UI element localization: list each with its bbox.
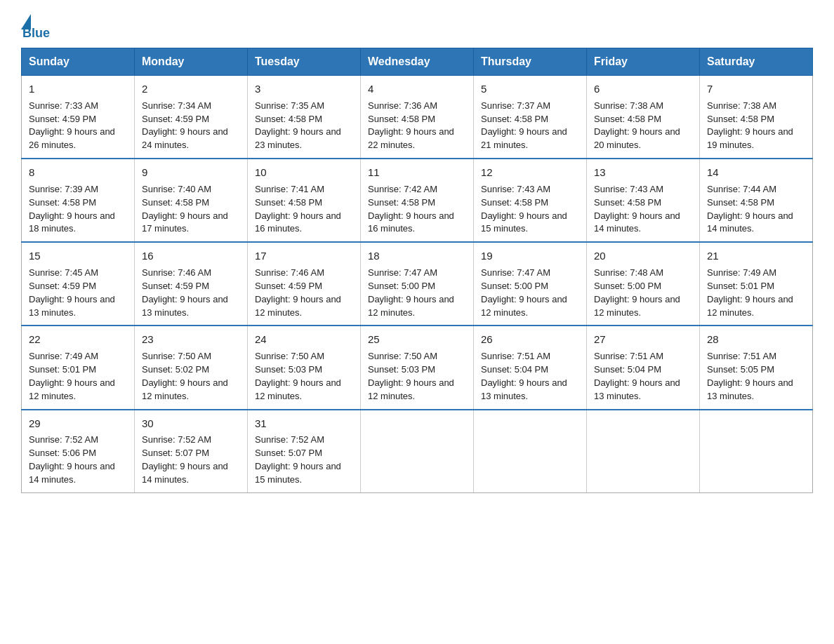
calendar-cell (587, 410, 700, 493)
calendar-cell: 30 Sunrise: 7:52 AMSunset: 5:07 PMDaylig… (135, 410, 248, 493)
day-info: Sunrise: 7:39 AMSunset: 4:58 PMDaylight:… (29, 184, 115, 234)
logo-underline: Blue (22, 26, 50, 41)
day-number: 3 (255, 81, 353, 97)
day-info: Sunrise: 7:50 AMSunset: 5:02 PMDaylight:… (142, 351, 228, 401)
calendar-cell: 17 Sunrise: 7:46 AMSunset: 4:59 PMDaylig… (248, 242, 361, 326)
day-number: 26 (481, 332, 579, 347)
day-number: 18 (368, 248, 466, 264)
day-number: 31 (255, 416, 353, 431)
calendar-cell: 29 Sunrise: 7:52 AMSunset: 5:06 PMDaylig… (22, 410, 135, 493)
calendar-cell: 4 Sunrise: 7:36 AMSunset: 4:58 PMDayligh… (361, 76, 474, 159)
day-number: 19 (481, 248, 579, 264)
day-info: Sunrise: 7:41 AMSunset: 4:58 PMDaylight:… (255, 184, 341, 234)
day-number: 24 (255, 332, 353, 347)
day-number: 13 (594, 165, 692, 180)
calendar-cell (474, 410, 587, 493)
calendar-week-row: 22 Sunrise: 7:49 AMSunset: 5:01 PMDaylig… (22, 326, 813, 409)
day-number: 14 (707, 165, 805, 180)
calendar-cell: 10 Sunrise: 7:41 AMSunset: 4:58 PMDaylig… (248, 159, 361, 242)
day-number: 8 (29, 165, 127, 180)
day-info: Sunrise: 7:51 AMSunset: 5:04 PMDaylight:… (481, 351, 567, 401)
day-info: Sunrise: 7:35 AMSunset: 4:58 PMDaylight:… (255, 100, 341, 151)
calendar-cell: 15 Sunrise: 7:45 AMSunset: 4:59 PMDaylig… (22, 242, 135, 326)
day-info: Sunrise: 7:47 AMSunset: 5:00 PMDaylight:… (368, 267, 454, 318)
day-info: Sunrise: 7:48 AMSunset: 5:00 PMDaylight:… (594, 267, 680, 318)
weekday-header-wednesday: Wednesday (361, 48, 474, 76)
calendar-cell: 16 Sunrise: 7:46 AMSunset: 4:59 PMDaylig… (135, 242, 248, 326)
calendar-cell: 12 Sunrise: 7:43 AMSunset: 4:58 PMDaylig… (474, 159, 587, 242)
logo: Blue (21, 14, 50, 41)
calendar-cell: 7 Sunrise: 7:38 AMSunset: 4:58 PMDayligh… (700, 76, 813, 159)
day-info: Sunrise: 7:38 AMSunset: 4:58 PMDaylight:… (594, 100, 680, 151)
day-info: Sunrise: 7:46 AMSunset: 4:59 PMDaylight:… (142, 267, 228, 318)
calendar-cell: 31 Sunrise: 7:52 AMSunset: 5:07 PMDaylig… (248, 410, 361, 493)
calendar-cell: 28 Sunrise: 7:51 AMSunset: 5:05 PMDaylig… (700, 326, 813, 409)
calendar-cell: 20 Sunrise: 7:48 AMSunset: 5:00 PMDaylig… (587, 242, 700, 326)
day-number: 10 (255, 165, 353, 180)
day-number: 25 (368, 332, 466, 347)
day-info: Sunrise: 7:37 AMSunset: 4:58 PMDaylight:… (481, 100, 567, 151)
calendar-cell: 14 Sunrise: 7:44 AMSunset: 4:58 PMDaylig… (700, 159, 813, 242)
day-number: 5 (481, 81, 579, 97)
calendar-cell: 26 Sunrise: 7:51 AMSunset: 5:04 PMDaylig… (474, 326, 587, 409)
calendar-cell (361, 410, 474, 493)
day-info: Sunrise: 7:49 AMSunset: 5:01 PMDaylight:… (707, 267, 793, 318)
day-number: 12 (481, 165, 579, 180)
calendar-table: SundayMondayTuesdayWednesdayThursdayFrid… (21, 48, 813, 493)
day-info: Sunrise: 7:51 AMSunset: 5:04 PMDaylight:… (594, 351, 680, 401)
calendar-cell: 8 Sunrise: 7:39 AMSunset: 4:58 PMDayligh… (22, 159, 135, 242)
day-number: 1 (29, 81, 127, 97)
day-number: 30 (142, 416, 240, 431)
day-number: 28 (707, 332, 805, 347)
day-info: Sunrise: 7:38 AMSunset: 4:58 PMDaylight:… (707, 100, 793, 151)
day-number: 2 (142, 81, 240, 97)
day-number: 6 (594, 81, 692, 97)
day-number: 11 (368, 165, 466, 180)
day-number: 27 (594, 332, 692, 347)
calendar-week-row: 1 Sunrise: 7:33 AMSunset: 4:59 PMDayligh… (22, 76, 813, 159)
day-info: Sunrise: 7:50 AMSunset: 5:03 PMDaylight:… (368, 351, 454, 401)
day-info: Sunrise: 7:43 AMSunset: 4:58 PMDaylight:… (594, 184, 680, 234)
calendar-cell: 11 Sunrise: 7:42 AMSunset: 4:58 PMDaylig… (361, 159, 474, 242)
day-number: 29 (29, 416, 127, 431)
calendar-week-row: 15 Sunrise: 7:45 AMSunset: 4:59 PMDaylig… (22, 242, 813, 326)
calendar-cell: 5 Sunrise: 7:37 AMSunset: 4:58 PMDayligh… (474, 76, 587, 159)
calendar-cell: 9 Sunrise: 7:40 AMSunset: 4:58 PMDayligh… (135, 159, 248, 242)
day-info: Sunrise: 7:42 AMSunset: 4:58 PMDaylight:… (368, 184, 454, 234)
day-number: 16 (142, 248, 240, 264)
calendar-cell: 1 Sunrise: 7:33 AMSunset: 4:59 PMDayligh… (22, 76, 135, 159)
calendar-cell: 2 Sunrise: 7:34 AMSunset: 4:59 PMDayligh… (135, 76, 248, 159)
calendar-cell: 23 Sunrise: 7:50 AMSunset: 5:02 PMDaylig… (135, 326, 248, 409)
weekday-header-sunday: Sunday (22, 48, 135, 76)
day-info: Sunrise: 7:33 AMSunset: 4:59 PMDaylight:… (29, 100, 115, 151)
day-info: Sunrise: 7:46 AMSunset: 4:59 PMDaylight:… (255, 267, 341, 318)
calendar-cell: 27 Sunrise: 7:51 AMSunset: 5:04 PMDaylig… (587, 326, 700, 409)
day-info: Sunrise: 7:50 AMSunset: 5:03 PMDaylight:… (255, 351, 341, 401)
page-header: Blue (21, 14, 813, 41)
weekday-header-monday: Monday (135, 48, 248, 76)
day-info: Sunrise: 7:43 AMSunset: 4:58 PMDaylight:… (481, 184, 567, 234)
day-number: 20 (594, 248, 692, 264)
day-info: Sunrise: 7:52 AMSunset: 5:06 PMDaylight:… (29, 434, 115, 485)
calendar-cell: 18 Sunrise: 7:47 AMSunset: 5:00 PMDaylig… (361, 242, 474, 326)
calendar-cell: 24 Sunrise: 7:50 AMSunset: 5:03 PMDaylig… (248, 326, 361, 409)
day-info: Sunrise: 7:52 AMSunset: 5:07 PMDaylight:… (255, 434, 341, 485)
day-number: 22 (29, 332, 127, 347)
day-number: 23 (142, 332, 240, 347)
day-info: Sunrise: 7:51 AMSunset: 5:05 PMDaylight:… (707, 351, 793, 401)
day-info: Sunrise: 7:52 AMSunset: 5:07 PMDaylight:… (142, 434, 228, 485)
calendar-cell: 3 Sunrise: 7:35 AMSunset: 4:58 PMDayligh… (248, 76, 361, 159)
day-number: 15 (29, 248, 127, 264)
weekday-header-tuesday: Tuesday (248, 48, 361, 76)
weekday-header-thursday: Thursday (474, 48, 587, 76)
calendar-week-row: 29 Sunrise: 7:52 AMSunset: 5:06 PMDaylig… (22, 410, 813, 493)
day-number: 17 (255, 248, 353, 264)
weekday-header-row: SundayMondayTuesdayWednesdayThursdayFrid… (22, 48, 813, 76)
day-info: Sunrise: 7:44 AMSunset: 4:58 PMDaylight:… (707, 184, 793, 234)
calendar-cell: 21 Sunrise: 7:49 AMSunset: 5:01 PMDaylig… (700, 242, 813, 326)
day-number: 7 (707, 81, 805, 97)
day-info: Sunrise: 7:40 AMSunset: 4:58 PMDaylight:… (142, 184, 228, 234)
weekday-header-saturday: Saturday (700, 48, 813, 76)
calendar-week-row: 8 Sunrise: 7:39 AMSunset: 4:58 PMDayligh… (22, 159, 813, 242)
day-info: Sunrise: 7:36 AMSunset: 4:58 PMDaylight:… (368, 100, 454, 151)
